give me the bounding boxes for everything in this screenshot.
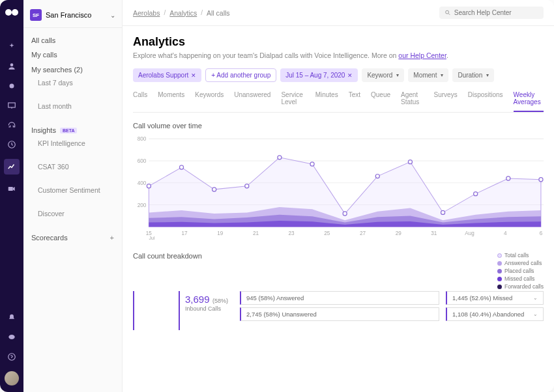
close-icon[interactable]: ✕	[191, 72, 196, 79]
sidebar-item-kpi[interactable]: KPI Intelligence	[23, 136, 122, 150]
svg-text:21: 21	[253, 231, 259, 236]
svg-text:800: 800	[138, 136, 147, 142]
chevron-down-icon: ▾	[486, 72, 489, 78]
page-title: Analytics	[133, 35, 544, 49]
svg-text:27: 27	[360, 231, 366, 236]
breakdown-answered[interactable]: 945 (58%) Answered	[240, 291, 439, 305]
svg-text:600: 600	[138, 158, 147, 164]
filter-moment[interactable]: Moment▾	[408, 68, 448, 82]
svg-text:200: 200	[138, 203, 147, 208]
help-icon[interactable]	[7, 352, 17, 362]
sidebar-item-discover[interactable]: Discover	[23, 206, 122, 221]
chevron-down-icon: ▾	[396, 72, 399, 78]
tab-weekly-averages[interactable]: Weekly Averages	[514, 91, 544, 112]
help-link[interactable]: our Help Center	[398, 51, 446, 59]
tab-queue[interactable]: Queue	[371, 91, 390, 112]
sidebar-item-lastmonth[interactable]: Last month	[23, 99, 122, 113]
chart-title: Call volume over time	[133, 122, 544, 130]
svg-point-5	[8, 335, 14, 339]
search-input[interactable]	[439, 7, 544, 19]
plus-icon[interactable]: +	[110, 234, 114, 242]
avatar[interactable]	[5, 371, 19, 385]
chat-icon[interactable]	[7, 332, 17, 343]
gear-icon[interactable]	[7, 81, 17, 91]
breakdown-missed[interactable]: 1,445 (52.6%) Missed⌄	[446, 291, 544, 305]
svg-text:6: 6	[540, 231, 543, 236]
tabs: CallsMomentsKeywordsUnansweredService Le…	[133, 91, 544, 113]
analytics-icon[interactable]	[4, 159, 20, 175]
chevron-down-icon: ⌄	[533, 311, 538, 317]
svg-text:Aug: Aug	[465, 231, 474, 236]
filter-duration[interactable]: Duration▾	[452, 68, 494, 82]
sidebar-item-scorecards[interactable]: Scorecards+	[23, 230, 122, 244]
legend-dot	[497, 285, 502, 289]
chart-legend: Total calls Answered calls Placed calls …	[497, 252, 544, 291]
video-icon[interactable]	[7, 184, 17, 194]
workspace-name: San Francisco	[46, 11, 106, 19]
svg-point-1	[10, 84, 14, 89]
presentation-icon[interactable]	[7, 100, 17, 111]
svg-text:31: 31	[431, 231, 437, 236]
add-group-button[interactable]: + Add another group	[205, 68, 276, 82]
svg-point-28	[539, 178, 543, 182]
tab-dispositions[interactable]: Dispositions	[468, 91, 503, 112]
breakdown-title: Call count breakdown	[133, 252, 202, 260]
bell-icon[interactable]	[7, 313, 17, 323]
user-icon[interactable]	[7, 61, 17, 72]
search-icon	[445, 9, 451, 16]
chevron-down-icon: ⌄	[110, 12, 115, 19]
svg-point-19	[245, 184, 249, 188]
sidebar-item-sentiment[interactable]: Customer Sentiment	[23, 183, 122, 197]
legend-dot	[497, 253, 502, 258]
breakdown-abandoned[interactable]: 1,108 (40.4%) Abandoned⌄	[446, 307, 544, 321]
breadcrumb[interactable]: Analytics	[169, 9, 197, 17]
close-icon[interactable]: ✕	[347, 72, 353, 79]
call-volume-chart: 200400600800151719212325272931Aug46Jul	[133, 136, 544, 240]
filter-group[interactable]: Aerolabs Support✕	[133, 68, 201, 82]
svg-text:23: 23	[289, 231, 295, 236]
tab-unanswered[interactable]: Unanswered	[234, 91, 270, 112]
svg-point-26	[474, 192, 478, 196]
breakdown-unanswered[interactable]: 2,745 (58%) Unanswered	[240, 307, 439, 321]
svg-rect-4	[8, 187, 13, 191]
breakdown-block	[133, 291, 172, 330]
svg-text:19: 19	[217, 231, 223, 236]
headset-icon[interactable]	[7, 120, 17, 130]
svg-text:400: 400	[138, 180, 147, 186]
tab-moments[interactable]: Moments	[158, 91, 184, 112]
svg-point-18	[212, 188, 216, 191]
filter-keyword[interactable]: Keyword▾	[362, 68, 404, 82]
legend-dot	[497, 269, 502, 273]
sidebar-item-last7[interactable]: Last 7 days	[23, 76, 122, 90]
sidebar-item-mysearches[interactable]: My searches (2)	[23, 62, 122, 76]
tab-minutes[interactable]: Minutes	[315, 91, 338, 112]
filter-date[interactable]: Jul 15 – Aug 7, 2020✕	[280, 68, 358, 82]
search-field[interactable]	[454, 9, 538, 16]
sidebar-item-insights[interactable]: InsightsBETA	[23, 122, 122, 136]
workspace-selector[interactable]: SF San Francisco ⌄	[23, 7, 122, 28]
sidebar-item-allcalls[interactable]: All calls	[23, 33, 122, 48]
tab-calls[interactable]: Calls	[133, 91, 147, 112]
svg-point-22	[343, 212, 347, 216]
sparkle-icon[interactable]	[7, 42, 17, 52]
nav-rail	[0, 0, 23, 392]
svg-point-23	[375, 175, 379, 178]
breadcrumb[interactable]: Aerolabs	[133, 9, 160, 17]
history-icon[interactable]	[7, 139, 17, 150]
tab-service-level[interactable]: Service Level	[281, 91, 304, 112]
sidebar-item-mycalls[interactable]: My calls	[23, 48, 122, 62]
tab-surveys[interactable]: Surveys	[434, 91, 458, 112]
tab-keywords[interactable]: Keywords	[195, 91, 224, 112]
svg-point-21	[310, 162, 314, 166]
workspace-badge: SF	[30, 9, 42, 21]
tab-agent-status[interactable]: Agent Status	[401, 91, 424, 112]
svg-point-6	[8, 354, 16, 361]
svg-text:25: 25	[324, 231, 330, 236]
tab-text[interactable]: Text	[349, 91, 360, 112]
call-breakdown: 3,699 (58%) Inbound Calls 945 (58%) Answ…	[133, 291, 544, 330]
svg-rect-2	[8, 103, 16, 107]
chevron-down-icon: ▾	[441, 72, 443, 78]
sidebar-item-csat[interactable]: CSAT 360	[23, 160, 122, 174]
svg-point-24	[408, 160, 412, 164]
main-content: Aerolabs / Analytics / All calls Analyti…	[123, 0, 554, 392]
